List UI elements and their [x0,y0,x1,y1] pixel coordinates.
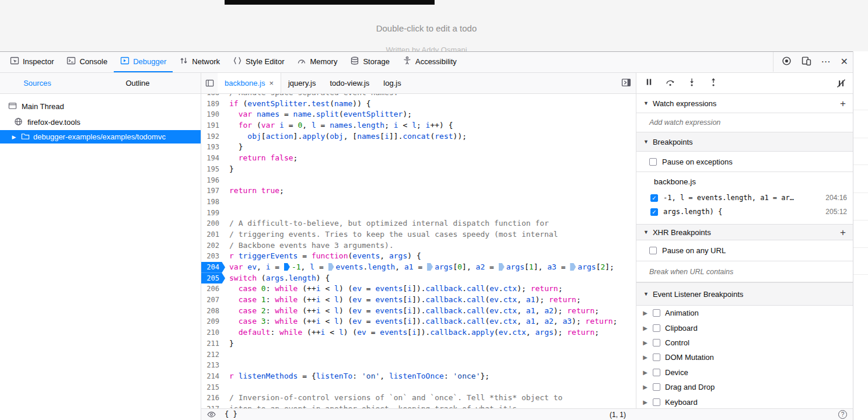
event-category-animation[interactable]: ▶ Animation [636,306,853,320]
event-category-checkbox[interactable] [653,398,660,406]
tree-item-domain[interactable]: firefox-dev.tools [0,114,201,130]
tab-storage[interactable]: Storage [344,52,396,72]
add-xhr-breakpoint-icon[interactable]: + [840,228,846,237]
event-category-checkbox[interactable] [653,369,660,376]
code-text[interactable]: case 2: while (++i < l) (ev = events[i])… [225,306,636,317]
line-number[interactable]: 196 [201,175,225,186]
line-number[interactable]: 207 [201,295,225,306]
code-editor[interactable]: 188/ Handle space separated event names.… [201,94,636,408]
code-text[interactable]: } [225,338,636,349]
event-category-checkbox[interactable] [653,383,660,391]
code-text[interactable]: / A difficult-to-believe, but optimized … [225,218,636,229]
line-number[interactable]: 197 [201,186,225,197]
add-watch-icon[interactable]: + [840,99,846,108]
code-text[interactable]: } [225,164,636,175]
breakpoints-header[interactable]: ▼ Breakpoints [636,132,853,152]
line-number[interactable]: 212 [201,349,225,360]
event-category-clipboard[interactable]: ▶ Clipboard [636,320,853,335]
code-text[interactable]: case 3: while (++i < l) (ev = events[i])… [225,316,636,327]
pause-on-any-url-checkbox[interactable] [649,247,657,254]
tab-memory[interactable]: Memory [290,52,344,72]
step-out-icon[interactable] [709,78,718,89]
breakpoint-line-number[interactable]: 205 [201,273,225,284]
step-in-icon[interactable] [687,78,696,89]
pretty-print-icon[interactable]: { } [225,410,237,418]
code-text[interactable]: / Inversion-of-control versions of `on` … [225,393,636,404]
toggle-sources-pane-icon[interactable] [201,73,218,93]
event-category-control[interactable]: ▶ Control [636,335,853,350]
line-number[interactable]: 190 [201,109,225,120]
expander-icon[interactable]: ▶ [642,369,648,376]
line-number[interactable]: 200 [201,218,225,229]
line-number[interactable]: 215 [201,382,225,393]
pause-on-exceptions-row[interactable]: Pause on exceptions [636,152,853,172]
code-text[interactable]: var ev, i = -1, l = events.length, a1 = … [225,262,636,273]
code-text[interactable]: isten to an event in another object, kee… [225,404,636,408]
tab-network[interactable]: Network [173,52,226,72]
source-tab-todo-view[interactable]: todo-view.js [323,73,376,93]
line-number[interactable]: 217 [201,404,225,408]
line-number[interactable]: 194 [201,153,225,164]
line-number[interactable]: 195 [201,164,225,175]
code-text[interactable] [225,382,636,393]
code-text[interactable]: var names = name.split(eventSplitter); [225,109,636,120]
event-listener-breakpoints-header[interactable]: ▼ Event Listener Breakpoints [636,282,853,306]
skip-pausing-icon[interactable] [836,79,846,90]
code-text[interactable] [225,360,636,371]
line-number[interactable]: 216 [201,393,225,404]
expander-icon[interactable]: ▶ [642,340,648,346]
event-category-checkbox[interactable] [653,309,660,317]
breakpoint-item[interactable]: ✓ -1, l = events.length, a1 = ar… 204:16 [636,191,853,205]
code-text[interactable]: for (var i = 0, l = names.length; i < l;… [225,120,636,131]
code-text[interactable] [225,175,636,186]
line-number[interactable]: 191 [201,120,225,131]
code-text[interactable]: case 1: while (++i < l) (ev = events[i])… [225,295,636,306]
line-number[interactable]: 198 [201,197,225,208]
event-category-checkbox[interactable] [653,339,660,346]
event-category-device[interactable]: ▶ Device [636,365,853,380]
code-text[interactable]: switch (args.length) { [225,273,636,284]
code-text[interactable] [225,197,636,208]
pause-on-any-url-row[interactable]: Pause on any URL [636,240,853,261]
pause-on-exceptions-checkbox[interactable] [649,158,657,166]
code-text[interactable]: r listenMethods = {listenTo: 'on', liste… [225,371,636,382]
help-icon[interactable]: ? [838,410,847,419]
breakpoint-item[interactable]: ✓ args.length) { 205:12 [636,205,853,219]
tree-item-main-thread[interactable]: Main Thread [0,99,201,114]
line-number[interactable]: 189 [201,99,225,110]
line-number[interactable]: 214 [201,371,225,382]
inline-breakpoint-marker[interactable] [328,263,334,271]
expander-icon[interactable]: ▶ [642,354,648,360]
expander-icon[interactable]: ▶ [642,399,648,405]
code-text[interactable]: return true; [225,186,636,197]
inline-breakpoint-marker[interactable] [284,263,290,271]
expander-icon[interactable]: ▶ [642,325,648,331]
code-text[interactable]: if (eventSplitter.test(name)) { [225,99,636,110]
menu-icon[interactable]: ⋯ [821,57,831,66]
code-text[interactable] [225,208,636,219]
collapsed-caret-icon[interactable]: ▶ [10,134,18,140]
code-text[interactable]: r triggerEvents = function(events, args)… [225,251,636,262]
step-over-icon[interactable] [666,78,675,89]
blackbox-source-icon[interactable] [207,411,216,420]
expander-icon[interactable]: ▶ [642,384,648,390]
tab-style-editor[interactable]: Style Editor [226,52,290,72]
code-text[interactable]: / Backbone events have 3 arguments). [225,240,636,251]
tree-item-folder-selected[interactable]: ▶ debugger-examples/examples/todomvc [0,130,201,144]
xhr-url-input[interactable]: Break when URL contains [636,261,853,282]
tab-sources[interactable]: Sources [0,73,75,93]
pause-icon[interactable] [645,78,653,89]
breakpoint-source-heading[interactable]: backbone.js [636,172,853,191]
line-number[interactable]: 211 [201,338,225,349]
event-category-keyboard[interactable]: ▶ Keyboard [636,394,853,408]
code-text[interactable]: case 0: while (++i < l) (ev = events[i])… [225,284,636,295]
code-text[interactable]: / triggering events. Tries to keep the u… [225,229,636,240]
expand-panes-icon[interactable] [621,78,631,90]
inline-breakpoint-marker[interactable] [499,263,505,271]
event-category-drag-and-drop[interactable]: ▶ Drag and Drop [636,380,853,394]
line-number[interactable]: 199 [201,208,225,219]
tab-console[interactable]: Console [60,52,114,72]
code-text[interactable]: } [225,142,636,153]
expander-icon[interactable]: ▶ [642,310,648,316]
tab-inspector[interactable]: Inspector [4,52,60,72]
